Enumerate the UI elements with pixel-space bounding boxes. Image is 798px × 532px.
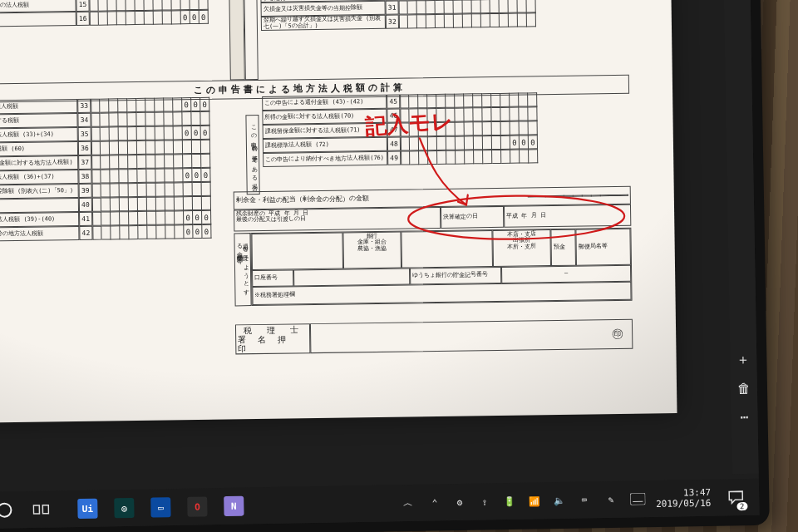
svg-rect-3 — [630, 493, 645, 505]
vstrip-mid: この申告前の修正である場合 — [245, 115, 259, 195]
form-era-strip: 平三十・四・一以後終了事業年度等分 — [649, 0, 669, 97]
windows-taskbar: Ui ◎ ▭ O N ︿ ⌃⚙⇪🔋📶🔈⌨ ✎ 13:47 2019/05/16 — [0, 479, 760, 529]
taskbar-app-target-app[interactable]: ◎ — [107, 490, 141, 527]
tray-icon-2[interactable]: ⇪ — [476, 493, 493, 510]
refund-vlabel: 還付を受けようとする金融機関等 — [234, 233, 251, 306]
ink-toolbar: ＋ 🗑 ⋯ — [723, 0, 759, 474]
tablet-screen: 平三十・四・一以後終了事業年度等分 法人税額計 (4)+(5)+(7)+(9) … — [0, 0, 760, 529]
action-center-button[interactable]: 2 — [721, 479, 751, 516]
left-lower-block: 課税標準法人税額 33 000 同上に対する税額 34 課税標準法人税額 (33… — [0, 96, 229, 241]
tray-icon-6[interactable]: ⌨ — [576, 491, 593, 508]
left-upper-block: 法人税額計 (4)+(5)+(7)+(9) 10 控除税額 12 差引法人税額 … — [0, 0, 226, 27]
taskbar-app-opera[interactable]: O — [180, 488, 214, 525]
residual-date-left2: 最後の分配又は引渡しの日 — [236, 217, 306, 224]
svg-rect-1 — [33, 505, 39, 514]
pen-tray-icon[interactable]: ✎ — [603, 491, 619, 508]
kessan-kakutei-date-field[interactable]: 平成 年 月 日 — [504, 204, 631, 228]
yucho-dash: — — [501, 265, 631, 283]
ime-icon[interactable] — [629, 490, 646, 507]
tablet-device: 平三十・四・一以後終了事業年度等分 法人税額計 (4)+(5)+(7)+(9) … — [0, 0, 770, 532]
taskbar-app-notes-app[interactable]: N — [217, 487, 251, 525]
taskbar-app-ui-app[interactable]: Ui — [71, 490, 105, 528]
more-button[interactable]: ⋯ — [736, 409, 751, 424]
seal-mark: ㊞ — [612, 328, 623, 341]
mid-upper-block: 中間納付額 (15)-(14) 26 欠損金の繰戻しによる還付請求税額 27 計… — [259, 0, 628, 31]
kessan-kakutei-label: 決算確定の日 — [441, 206, 505, 229]
bank-col1: 銀行金庫・組合農協・漁協 — [342, 232, 401, 269]
taskbar-app-monitor-app[interactable]: ▭ — [144, 489, 178, 526]
tray-icon-5[interactable]: 🔈 — [551, 492, 568, 509]
taskbar-clock[interactable]: 13:47 2019/05/16 — [656, 487, 712, 510]
bank-deposit-lbl: 預金 — [550, 229, 576, 266]
account-no-lbl: 口座番号 — [252, 269, 293, 287]
dividend-block: 剰余金・利益の配当（剰余金の分配）の金額 残余財産の 平成 年 月 日 最後の分… — [234, 186, 632, 232]
yucho-lbl: ゆうちょ銀行の貯金記号番号 — [410, 267, 501, 285]
notif-badge: 2 — [736, 502, 748, 510]
bank-col2: 本店・支店出張所本所・支所 — [492, 229, 551, 267]
tray-icon-0[interactable]: ⌃ — [426, 494, 443, 510]
add-page-button[interactable]: ＋ — [736, 352, 751, 367]
tax-accountant-sign: 税 理 士 署 名 押 印 ㊞ — [235, 319, 633, 355]
right-lower-block: この申告による還付金額 (43)-(42) 45 所得の金額に対する法人税額(7… — [262, 91, 630, 167]
tray-icon-4[interactable]: 📶 — [526, 492, 543, 509]
bank-post-lbl: 郵便局名等 — [575, 229, 631, 266]
task-view-button[interactable] — [24, 491, 58, 529]
tax-form-page[interactable]: 平三十・四・一以後終了事業年度等分 法人税額計 (4)+(5)+(7)+(9) … — [0, 0, 677, 423]
tray-up-icon[interactable]: ︿ — [400, 495, 416, 511]
vstrip-left1: 差引中間申告による還付金額 — [228, 0, 244, 80]
form-row-42: 中間申告分の地方法人税額 42 000 — [0, 224, 229, 241]
refund-bank-block: 還付を受けようとする金融機関等 銀行金庫・組合農協・漁協 本店・支店出張所本所・… — [234, 228, 632, 307]
vstrip-left2: この申告該当の — [243, 0, 258, 80]
start-button[interactable] — [0, 491, 22, 529]
tray-icon-3[interactable]: 🔋 — [501, 493, 518, 510]
trash-button[interactable]: 🗑 — [736, 381, 751, 396]
svg-rect-2 — [42, 505, 48, 514]
tray-icon-1[interactable]: ⚙ — [451, 494, 468, 510]
form-row-16: 16 000 — [0, 10, 226, 27]
